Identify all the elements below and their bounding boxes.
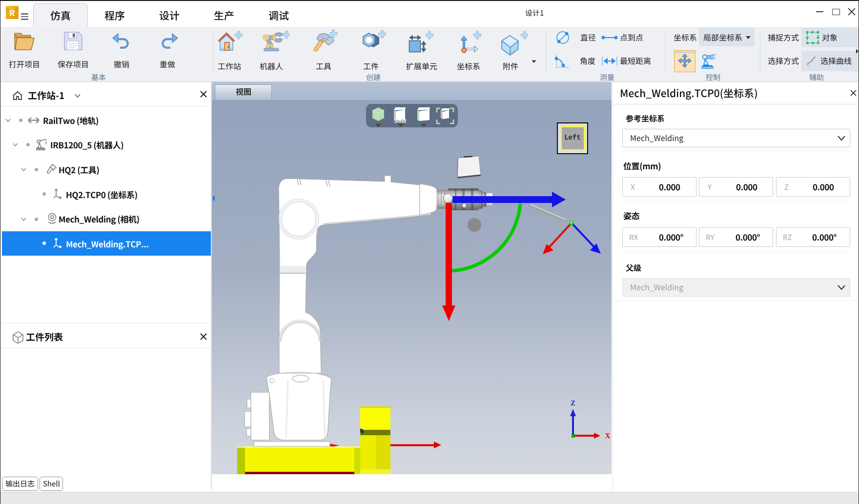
svg-text:Z: Z bbox=[571, 400, 575, 407]
svg-text:X: X bbox=[605, 432, 610, 440]
